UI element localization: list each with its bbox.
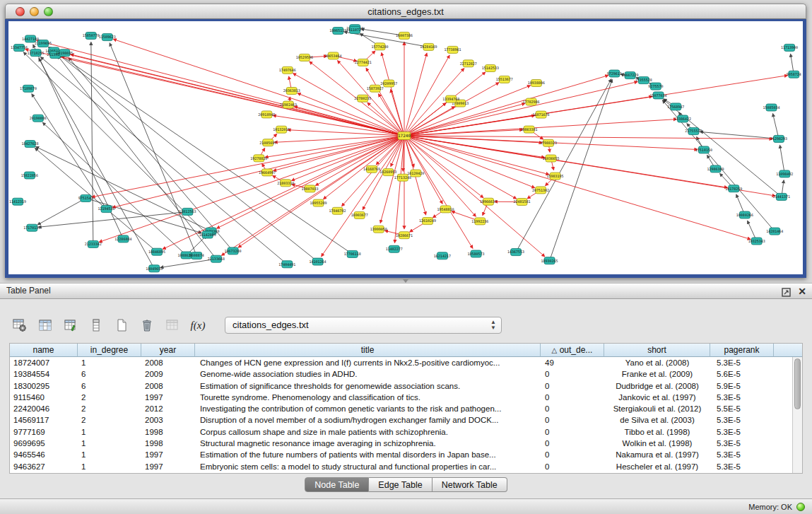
table-cell: 5.6E-5 (710, 368, 774, 380)
svg-text:18930265: 18930265 (541, 259, 558, 263)
new-document-icon[interactable] (113, 316, 130, 334)
network-window-titlebar[interactable]: citations_edges.txt (5, 4, 806, 19)
network-window-title: citations_edges.txt (6, 4, 806, 19)
column-header-title[interactable]: title (195, 344, 541, 357)
svg-text:13812563: 13812563 (179, 209, 196, 214)
svg-text:22712827: 22712827 (460, 62, 477, 66)
tab-node-table[interactable]: Node Table (305, 477, 369, 492)
svg-text:17189870: 17189870 (20, 86, 37, 90)
svg-text:17240: 17240 (398, 133, 411, 138)
function-builder-button[interactable]: f(x) (189, 316, 206, 334)
column-header-name[interactable]: name (10, 344, 78, 357)
memory-status-label: Memory: OK (748, 503, 792, 511)
svg-text:18198695: 18198695 (56, 51, 73, 55)
table-cell: 1997 (141, 449, 195, 460)
edit-column-icon[interactable] (62, 316, 79, 334)
zoom-window-button[interactable] (44, 7, 53, 16)
network-graph-canvas[interactable]: 1724016007386142841691773896122712827151… (8, 21, 803, 274)
table-row[interactable]: 2242004622012Investigating the contribut… (10, 403, 802, 414)
table-cell: 9465546 (10, 449, 78, 460)
svg-text:10286671: 10286671 (396, 233, 413, 238)
table-cell: 2 (78, 392, 141, 403)
table-cell: 2008 (141, 380, 195, 392)
table-source-combobox[interactable]: citations_edges.txt ▲▼ (225, 317, 502, 334)
scrollbar-thumb[interactable] (794, 358, 801, 409)
table-panel-title: Table Panel (6, 286, 51, 296)
table-row[interactable]: 1938455462009Genome-wide association stu… (10, 368, 802, 380)
table-row[interactable]: 911546021997Tourette syndrome. Phenomeno… (10, 392, 802, 403)
svg-text:9608874: 9608874 (189, 253, 204, 257)
svg-text:16120420: 16120420 (407, 171, 424, 175)
table-row[interactable]: 946554611997Estimation of the future num… (10, 449, 802, 460)
svg-text:16214217: 16214217 (434, 254, 451, 258)
column-header-year[interactable]: year (141, 344, 195, 357)
svg-text:12610249: 12610249 (419, 218, 436, 223)
svg-text:22774421: 22774421 (355, 60, 372, 64)
table-settings-icon[interactable] (11, 316, 28, 334)
svg-text:14281464: 14281464 (766, 229, 783, 233)
table-row[interactable]: 1872400712008Changes of HCN gene express… (10, 357, 802, 368)
row-options-icon[interactable] (88, 316, 105, 334)
network-canvas-frame: 1724016007386142841691773896122712827151… (5, 19, 806, 278)
svg-text:15873927: 15873927 (367, 86, 384, 90)
vertical-scrollbar[interactable] (792, 357, 802, 473)
table-row[interactable]: 1456911722003Disruption of a novel membe… (10, 414, 802, 426)
svg-text:11871676: 11871676 (533, 112, 550, 117)
table-cell: Estimation of the future numbers of pati… (195, 449, 541, 460)
svg-text:19664997: 19664997 (259, 170, 276, 175)
node-table: name in_degree year title △ out_de... sh… (9, 343, 803, 474)
svg-text:15983195: 15983195 (547, 174, 564, 178)
table-cell: 5.9E-5 (710, 380, 774, 392)
svg-text:14427180: 14427180 (22, 37, 39, 41)
float-panel-icon[interactable] (782, 287, 791, 296)
svg-text:17846702: 17846702 (329, 209, 346, 213)
memory-status-led-icon[interactable] (796, 503, 805, 511)
trash-icon[interactable] (139, 316, 155, 334)
close-panel-icon[interactable]: ✕ (798, 287, 806, 296)
svg-text:18065119: 18065119 (329, 28, 346, 33)
table-row[interactable]: 977716911998Corpus callosum shape and si… (10, 426, 802, 438)
table-cell: 0 (541, 403, 604, 414)
application-window: citations_edges.txt 17240160073861428416… (0, 0, 812, 514)
table-cell: 0 (541, 392, 604, 403)
table-header-row: name in_degree year title △ out_de... sh… (10, 344, 802, 357)
column-header-short[interactable]: short (604, 344, 710, 357)
table-row[interactable]: 946362711997Embryonic stem cells: a mode… (10, 461, 802, 472)
table-cell: Tourette syndrome. Phenomenology and cla… (195, 392, 541, 403)
svg-text:13347756: 13347756 (11, 45, 28, 49)
svg-text:17355528: 17355528 (635, 78, 652, 82)
tab-network-table[interactable]: Network Table (433, 477, 507, 492)
svg-text:13999058: 13999058 (370, 227, 387, 231)
import-table-disabled-icon (164, 316, 181, 334)
select-columns-icon[interactable] (37, 316, 54, 334)
table-cell: Structural magnetic resonance image aver… (195, 438, 541, 449)
table-cell: 5.3E-5 (710, 449, 774, 460)
close-window-button[interactable] (16, 7, 25, 16)
table-cell: 0 (541, 438, 604, 449)
table-cell: 9463627 (10, 461, 78, 472)
table-row[interactable]: 1830029562008Estimation of significance … (10, 380, 802, 392)
tab-edge-table[interactable]: Edge Table (369, 477, 432, 492)
table-cell: Stergiakouli et al. (2012) (604, 403, 710, 414)
svg-text:15822856: 15822856 (21, 173, 38, 177)
svg-text:19278820: 19278820 (250, 156, 267, 160)
table-cell: 19384554 (10, 368, 78, 380)
svg-text:12286884: 12286884 (114, 237, 131, 241)
column-header-out-degree[interactable]: △ out_de... (541, 344, 604, 357)
svg-text:22481581: 22481581 (513, 199, 530, 204)
table-row[interactable]: 969969511998Structural magnetic resonanc… (10, 438, 802, 449)
svg-text:14284169: 14284169 (420, 45, 437, 49)
table-cell: Jankovic et al. (1997) (604, 392, 710, 403)
svg-text:9729613: 9729613 (607, 71, 622, 76)
svg-text:18580573: 18580573 (468, 252, 485, 256)
table-cell: 5.3E-5 (710, 414, 774, 426)
column-header-pagerank[interactable]: pagerank (710, 344, 774, 357)
table-cell: 6 (78, 380, 141, 392)
svg-text:17738961: 17738961 (444, 47, 461, 52)
svg-text:20653464: 20653464 (325, 54, 342, 58)
minimize-window-button[interactable] (30, 7, 39, 16)
sort-ascending-icon: △ (552, 346, 558, 354)
column-header-in-degree[interactable]: in_degree (78, 344, 141, 357)
table-cell: 0 (541, 449, 604, 460)
table-cell: 5.3E-5 (710, 461, 774, 472)
